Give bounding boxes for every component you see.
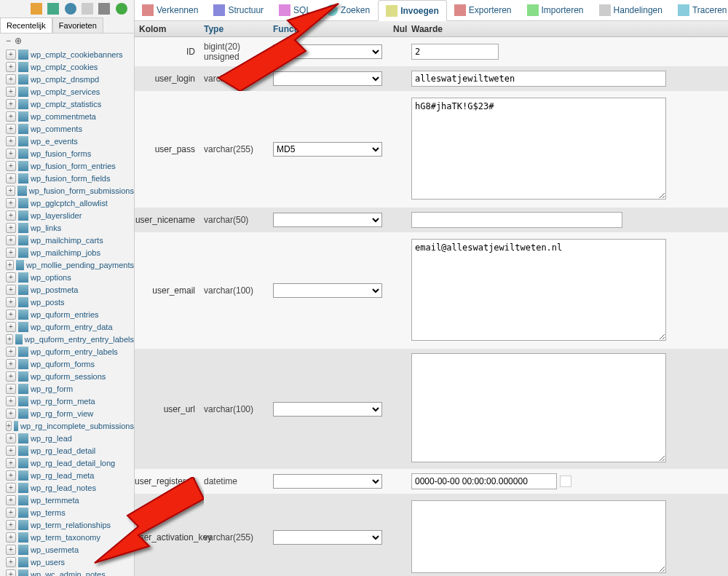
func-user-email[interactable] [273,283,382,298]
table-wp_cmplz_cookies[interactable]: +wp_cmplz_cookies [6,60,134,73]
table-link[interactable]: wp_cmplz_cookiebanners [31,50,123,59]
table-link[interactable]: wp_rg_lead [31,434,72,443]
table-link[interactable]: wp_options [31,273,71,282]
table-link[interactable]: wp_mollie_pending_payments [26,261,134,269]
expand-icon[interactable]: + [6,384,16,394]
table-wp_fusion_form_fields[interactable]: +wp_fusion_form_fields [6,172,134,184]
expand-icon[interactable]: + [6,495,16,505]
expand-icon[interactable]: + [6,260,14,270]
table-wp_term_taxonomy[interactable]: +wp_term_taxonomy [6,531,134,543]
tab-handelingen[interactable]: Handelingen [592,0,670,20]
table-link[interactable]: wp_terms [31,508,66,517]
expand-icon[interactable]: + [6,433,16,443]
input-user-pass[interactable] [411,98,666,200]
expand-icon[interactable]: + [6,446,16,456]
table-wp_rg_lead_meta[interactable]: +wp_rg_lead_meta [6,469,134,481]
expand-icon[interactable]: + [6,223,16,233]
func-user-pass[interactable]: MD5 [273,142,382,157]
table-wp_cmplz_statistics[interactable]: +wp_cmplz_statistics [6,98,134,110]
table-link[interactable]: wp_quform_entry_labels [31,347,118,356]
table-link[interactable]: wp_fusion_form_entries [31,162,116,170]
expand-icon[interactable]: + [6,520,16,530]
table-link[interactable]: wp_quform_entry_data [31,323,113,331]
table-wp_rg_form[interactable]: +wp_rg_form [6,382,134,395]
tab-recent[interactable]: Recentelijk [0,17,52,33]
table-wp_rg_lead_notes[interactable]: +wp_rg_lead_notes [6,481,134,494]
table-link[interactable]: wp_cmplz_dnsmpd [31,75,99,84]
table-link[interactable]: wp_links [31,224,61,232]
table-wp_rg_form_meta[interactable]: +wp_rg_form_meta [6,395,134,407]
help-icon[interactable] [65,3,76,15]
table-link[interactable]: wp_term_relationships [31,521,111,529]
expand-icon[interactable]: + [6,421,12,431]
input-id[interactable] [411,44,499,60]
table-wp_rg_lead_detail[interactable]: +wp_rg_lead_detail [6,444,134,457]
table-link[interactable]: wp_rg_incomplete_submissions [20,422,134,430]
table-wp_users[interactable]: +wp_users [6,556,134,568]
docs-icon[interactable] [82,3,93,15]
table-wp_quform_forms[interactable]: +wp_quform_forms [6,358,134,370]
table-wp_cmplz_services[interactable]: +wp_cmplz_services [6,85,134,98]
func-user-nicename[interactable] [273,213,382,227]
expand-icon[interactable]: + [6,285,16,295]
table-wp_e_events[interactable]: +wp_e_events [6,135,134,147]
table-link[interactable]: wp_quform_entry_entry_labels [25,335,134,344]
table-link[interactable]: wp_rg_form [31,384,73,393]
expand-icon[interactable]: + [6,62,16,72]
table-wp_cmplz_dnsmpd[interactable]: +wp_cmplz_dnsmpd [6,73,134,85]
expand-icon[interactable]: + [6,458,16,468]
table-wp_posts[interactable]: +wp_posts [6,296,134,308]
table-link[interactable]: wp_term_taxonomy [31,533,100,542]
calendar-icon[interactable] [560,476,571,487]
table-wp_cmplz_cookiebanners[interactable]: +wp_cmplz_cookiebanners [6,48,134,60]
table-link[interactable]: wp_quform_entries [31,310,99,319]
expand-icon[interactable]: + [6,322,16,332]
expand-icon[interactable]: + [6,545,16,555]
input-user-registered[interactable] [411,473,557,489]
tab-zoeken[interactable]: Zoeken [319,0,378,20]
sql-icon[interactable] [98,3,110,15]
home-icon[interactable] [31,3,42,15]
table-wp_quform_entry_labels[interactable]: +wp_quform_entry_labels [6,345,134,358]
func-id[interactable] [273,44,382,59]
expand-icon[interactable]: + [6,74,16,84]
expand-icon[interactable]: + [6,272,16,283]
table-link[interactable]: wp_rg_lead_notes [31,484,96,492]
expand-icon[interactable]: + [6,309,16,320]
table-wp_usermeta[interactable]: +wp_usermeta [6,543,134,556]
func-user-url[interactable] [273,402,382,417]
input-user-nicename[interactable] [411,212,622,228]
tab-importeren[interactable]: Importeren [520,0,592,20]
table-link[interactable]: wp_users [31,558,65,567]
table-link[interactable]: wp_wc_admin_notes [31,570,106,577]
table-wp_postmeta[interactable]: +wp_postmeta [6,283,134,296]
expand-icon[interactable]: + [6,359,16,369]
table-wp_rg_lead[interactable]: +wp_rg_lead [6,432,134,444]
table-link[interactable]: wp_postmeta [31,285,78,294]
table-link[interactable]: wp_rg_lead_meta [31,471,94,480]
table-link[interactable]: wp_fusion_form_fields [31,174,110,183]
expand-icon[interactable]: + [6,149,16,159]
table-link[interactable]: wp_layerslider [31,211,82,220]
expand-icon[interactable]: + [6,124,16,134]
table-wp_termmeta[interactable]: +wp_termmeta [6,494,134,506]
expand-icon[interactable]: + [6,235,16,245]
table-wp_fusion_form_entries[interactable]: +wp_fusion_form_entries [6,159,134,172]
expand-icon[interactable]: + [6,99,16,109]
tab-structuur[interactable]: Structuur [206,0,272,20]
expand-icon[interactable]: + [6,483,16,493]
table-link[interactable]: wp_quform_sessions [31,372,106,381]
table-link[interactable]: wp_comments [31,125,82,133]
expand-icon[interactable]: + [6,409,16,419]
table-wp_links[interactable]: +wp_links [6,221,134,234]
expand-icon[interactable]: + [6,532,16,543]
expand-all[interactable]: ⊕ [15,36,22,46]
tab-invoegen[interactable]: Invoegen [378,0,447,21]
expand-icon[interactable]: + [6,136,16,146]
expand-icon[interactable]: + [6,334,13,344]
table-link[interactable]: wp_termmeta [31,496,79,505]
table-wp_rg_incomplete_submissions[interactable]: +wp_rg_incomplete_submissions [6,419,134,432]
expand-icon[interactable]: + [6,198,16,208]
expand-icon[interactable]: + [6,371,16,382]
input-user-activation-key[interactable] [411,500,666,573]
